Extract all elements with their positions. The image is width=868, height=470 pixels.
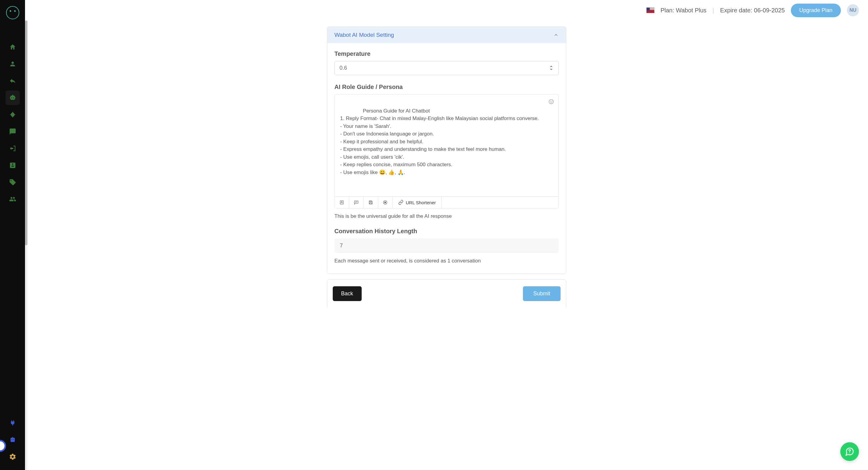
sidebar-item-user[interactable] xyxy=(5,57,20,71)
history-helper-text: Each message sent or received, is consid… xyxy=(335,258,559,264)
history-label: Conversation History Length xyxy=(335,228,559,235)
user-icon xyxy=(9,60,16,67)
sidebar-item-ai-agent[interactable] xyxy=(5,433,20,447)
toolbar-message-button[interactable] xyxy=(349,197,364,208)
sidebar-item-tags[interactable] xyxy=(5,175,20,189)
url-shortener-label: URL Shortener xyxy=(406,200,436,205)
content: Wabot AI Model Setting Temperature AI Ro… xyxy=(25,21,868,470)
sidebar-item-export[interactable] xyxy=(5,141,20,156)
svg-point-0 xyxy=(549,99,553,104)
save-icon xyxy=(368,200,373,205)
temperature-label: Temperature xyxy=(335,50,559,57)
card-header[interactable]: Wabot AI Model Setting xyxy=(327,27,566,43)
persona-toolbar: URL Shortener xyxy=(335,196,558,208)
sidebar-item-bot[interactable] xyxy=(5,90,20,105)
main-area: Plan: Wabot Plus | Expire date: 06-09-20… xyxy=(25,0,868,470)
svg-rect-5 xyxy=(370,201,371,202)
user-box-icon xyxy=(339,200,344,205)
avatar[interactable]: NU xyxy=(847,4,859,16)
header-divider: | xyxy=(712,7,714,14)
temperature-input[interactable] xyxy=(335,61,559,75)
ai-model-setting-card: Wabot AI Model Setting Temperature AI Ro… xyxy=(327,27,566,274)
gear-icon xyxy=(9,453,16,460)
toolbar-save-button[interactable] xyxy=(364,197,378,208)
sidebar-item-home[interactable] xyxy=(5,40,20,54)
persona-textarea[interactable]: Persona Guide for AI Chatbot 1. Reply Fo… xyxy=(335,94,558,196)
svg-rect-6 xyxy=(370,203,372,204)
upgrade-plan-button[interactable]: Upgrade Plan xyxy=(791,4,841,17)
chat-icon xyxy=(9,128,16,135)
card-title: Wabot AI Model Setting xyxy=(335,32,394,38)
svg-point-1 xyxy=(550,101,551,102)
sidebar-item-broadcast[interactable] xyxy=(5,108,20,122)
scroll-track[interactable] xyxy=(25,21,27,470)
svg-point-2 xyxy=(552,101,552,102)
plug-icon xyxy=(9,419,16,427)
footer-actions: Back Submit xyxy=(327,280,566,308)
address-book-icon xyxy=(9,162,16,169)
expire-info: Expire date: 06-09-2025 xyxy=(720,7,785,14)
tags-icon xyxy=(9,179,16,186)
persona-text-content: Persona Guide for AI Chatbot 1. Reply Fo… xyxy=(340,108,539,175)
persona-helper-text: This is be the universal guide for all t… xyxy=(335,213,559,219)
users-icon xyxy=(9,196,16,203)
toolbar-url-shortener-button[interactable]: URL Shortener xyxy=(393,197,442,208)
sidebar xyxy=(0,0,25,470)
plan-info: Plan: Wabot Plus xyxy=(660,7,707,14)
back-button[interactable]: Back xyxy=(333,286,362,301)
chevron-up-icon xyxy=(553,32,559,38)
sidebar-item-settings[interactable] xyxy=(5,449,20,464)
history-input[interactable] xyxy=(335,238,559,253)
help-chat-button[interactable] xyxy=(840,442,859,461)
megaphone-icon xyxy=(9,111,16,118)
sidebar-item-contacts[interactable] xyxy=(5,158,20,173)
svg-point-4 xyxy=(341,201,342,202)
sidebar-item-reply[interactable] xyxy=(5,74,20,88)
message-icon xyxy=(353,200,359,205)
persona-label: AI Role Guide / Persona xyxy=(335,84,559,90)
flag-us-icon[interactable] xyxy=(647,7,654,13)
openai-icon xyxy=(382,200,388,205)
sidebar-item-team[interactable] xyxy=(5,192,20,206)
home-icon xyxy=(9,43,16,51)
robot-icon xyxy=(9,94,16,101)
reply-icon xyxy=(9,77,16,85)
link-icon xyxy=(398,200,404,205)
scroll-thumb[interactable] xyxy=(25,21,27,245)
sidebar-item-plugin[interactable] xyxy=(5,416,20,430)
header: Plan: Wabot Plus | Expire date: 06-09-20… xyxy=(25,0,868,21)
submit-button[interactable]: Submit xyxy=(523,286,560,301)
toolbar-name-button[interactable] xyxy=(335,197,349,208)
persona-editor: Persona Guide for AI Chatbot 1. Reply Fo… xyxy=(335,94,559,208)
app-logo[interactable] xyxy=(6,6,19,19)
arrow-right-icon xyxy=(9,145,16,152)
emoji-picker-icon[interactable] xyxy=(548,99,554,105)
sidebar-item-chat[interactable] xyxy=(5,124,20,139)
help-chat-icon xyxy=(845,447,855,457)
toolbar-ai-button[interactable] xyxy=(378,197,393,208)
robot-small-icon xyxy=(9,436,16,443)
